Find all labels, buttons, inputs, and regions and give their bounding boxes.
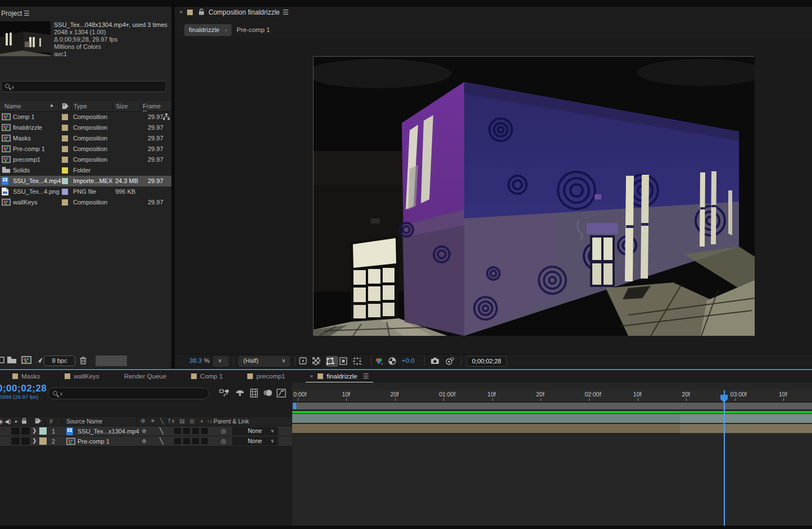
audio-icon[interactable]: ◀) — [4, 418, 11, 425]
breadcrumb-current-comp[interactable]: finaldrizzle‹ — [184, 24, 232, 36]
label-color-swatch[interactable] — [62, 114, 68, 120]
timeline-tab-render-queue[interactable]: Render Queue — [112, 370, 179, 382]
mask-visibility-icon[interactable] — [326, 356, 338, 367]
fast-preview-icon[interactable] — [299, 356, 311, 367]
trash-icon[interactable] — [79, 356, 87, 364]
draft-3d-icon[interactable] — [235, 389, 245, 397]
breadcrumb-parent-comp[interactable]: Pre-comp 1 — [237, 26, 270, 33]
transparency-grid-icon[interactable] — [312, 356, 325, 367]
column-layer-number[interactable]: # — [49, 418, 53, 425]
composition-mini-flowchart-icon[interactable] — [219, 389, 229, 398]
table-row[interactable]: SSU_Tex...4.mp4 Importe...MEX 24.3 MB 29… — [0, 176, 171, 186]
timeline-tab-wallkeys[interactable]: wallKeys — [52, 370, 111, 382]
preview-timecode[interactable]: 0;00;02;28 — [466, 356, 507, 367]
label-color-swatch[interactable] — [62, 199, 68, 206]
panel-menu-icon[interactable]: ☰ — [363, 372, 369, 380]
eye-icon[interactable]: ◉ — [0, 418, 3, 425]
expand-chevron-icon[interactable]: ❯ — [32, 437, 37, 444]
interpret-footage-icon[interactable] — [0, 356, 4, 364]
item-name[interactable]: Comp 1 — [13, 113, 35, 120]
fx-switch-well[interactable] — [174, 428, 181, 434]
layer-label-swatch[interactable] — [39, 437, 47, 445]
video-switch-well[interactable] — [11, 437, 20, 445]
table-row[interactable]: SSU_Tex...4.png PNG file 996 KB — [0, 186, 171, 197]
column-name[interactable]: Name — [4, 103, 21, 110]
motion-blur-icon[interactable] — [263, 389, 273, 397]
zoom-dropdown[interactable]: ∨ — [213, 356, 229, 367]
timeline-tab-comp-1[interactable]: Comp 1 — [179, 370, 235, 382]
item-name[interactable]: SSU_Tex...4.png — [13, 188, 60, 195]
timeline-tab-precomp1[interactable]: precomp1 — [235, 370, 297, 382]
work-area-start-handle[interactable] — [293, 403, 296, 409]
label-color-swatch[interactable] — [62, 189, 68, 195]
layer-source-name[interactable]: Pre-comp 1 — [78, 438, 110, 445]
reset-exposure-icon[interactable] — [388, 356, 401, 367]
expand-chevron-icon[interactable]: ❯ — [32, 427, 37, 434]
sort-ascending-icon[interactable]: ▲ — [49, 103, 54, 108]
parent-link-dropdown[interactable]: None∨ — [232, 427, 278, 435]
work-area-bar[interactable] — [292, 403, 812, 409]
panel-menu-icon[interactable]: ☰ — [283, 8, 289, 16]
item-name[interactable]: finaldrizzle — [13, 124, 42, 131]
new-composition-icon[interactable] — [21, 356, 31, 364]
collapse-switch[interactable]: ⊕ — [142, 428, 146, 434]
audio-switch-well[interactable] — [21, 427, 30, 435]
column-source-name[interactable]: Source Name — [66, 418, 102, 425]
table-row[interactable]: finaldrizzle Composition 29.97 — [0, 122, 171, 133]
project-search-input[interactable]: ∨ — [1, 81, 166, 92]
timeline-tab-masks[interactable]: Masks — [0, 370, 52, 382]
layer-bar[interactable] — [292, 424, 812, 434]
playhead-line[interactable] — [724, 390, 725, 526]
label-color-swatch[interactable] — [62, 167, 68, 174]
project-tab-label[interactable]: Project — [1, 10, 22, 17]
table-row[interactable]: Pre-comp 1 Composition 29.97 — [0, 144, 171, 154]
label-color-swatch[interactable] — [62, 146, 68, 152]
snapshot-camera-icon[interactable] — [430, 356, 443, 367]
table-row[interactable]: Comp 1 Composition 29.97 — [0, 112, 171, 122]
three-d-switch-well[interactable] — [201, 428, 208, 434]
parent-link-dropdown[interactable]: None∨ — [232, 437, 278, 445]
bit-depth-button[interactable]: 8 bpc — [44, 355, 75, 366]
label-column-tag-icon[interactable] — [35, 418, 42, 424]
resolution-dropdown[interactable]: (Half) ∨ — [238, 356, 290, 367]
table-row[interactable]: wallKeys Composition 29.97 — [0, 197, 171, 208]
item-name[interactable]: precomp1 — [13, 156, 40, 163]
graph-editor-icon[interactable] — [276, 389, 286, 398]
column-parent-link[interactable]: Parent & Link — [214, 418, 249, 425]
panel-resize-handle[interactable] — [96, 355, 127, 366]
timeline-tab-finaldrizzle[interactable]: ×finaldrizzle☰ — [298, 370, 382, 382]
label-color-swatch[interactable] — [62, 135, 68, 142]
item-name[interactable]: wallKeys — [13, 199, 37, 206]
composition-image[interactable] — [313, 56, 754, 335]
item-name[interactable]: Solids — [13, 167, 30, 174]
fx-switch-well[interactable] — [174, 438, 181, 444]
channel-rgb-icon[interactable] — [375, 356, 387, 367]
layer-switches-icons[interactable]: ⊕ ☀ ╲ fx ▤ ◎ ◑ ◇ — [140, 418, 214, 424]
label-color-swatch[interactable] — [62, 157, 68, 163]
create-proxy-icon[interactable] — [35, 356, 44, 364]
unlock-icon[interactable] — [198, 8, 205, 15]
show-snapshot-icon[interactable] — [445, 356, 457, 367]
zoom-value[interactable]: 38.3 — [189, 357, 202, 364]
layer-label-swatch[interactable] — [39, 427, 47, 435]
video-switch-well[interactable] — [11, 427, 20, 435]
motion-blur-switch-well[interactable] — [192, 428, 199, 434]
table-row[interactable]: Solids Folder — [0, 165, 171, 176]
audio-switch-well[interactable] — [21, 437, 30, 445]
timeline-search-input[interactable]: ∨ — [48, 387, 209, 399]
three-d-switch-well[interactable] — [201, 438, 208, 444]
current-timecode[interactable]: 0;00;02;28 — [0, 383, 47, 394]
close-icon[interactable]: × — [310, 373, 314, 380]
parent-pickwhip-icon[interactable]: ◎ — [221, 427, 226, 435]
column-size[interactable]: Size — [116, 103, 128, 110]
panel-menu-icon[interactable]: ☰ — [24, 10, 30, 17]
quality-switch[interactable]: ╲ — [160, 427, 164, 435]
quality-switch[interactable]: ╲ — [160, 437, 164, 445]
label-color-swatch[interactable] — [62, 125, 68, 131]
composition-viewer-tab[interactable]: × Composition finaldrizzle ☰ — [175, 7, 812, 19]
time-ruler[interactable]: 0:00f10f20f01:00f10f20f02:00f10f20f03:00… — [292, 390, 812, 402]
frame-blend-switch-well[interactable] — [183, 428, 190, 434]
region-of-interest-icon[interactable] — [339, 356, 352, 367]
exposure-value[interactable]: +0.0 — [402, 357, 415, 364]
guides-grid-icon[interactable] — [353, 356, 365, 367]
